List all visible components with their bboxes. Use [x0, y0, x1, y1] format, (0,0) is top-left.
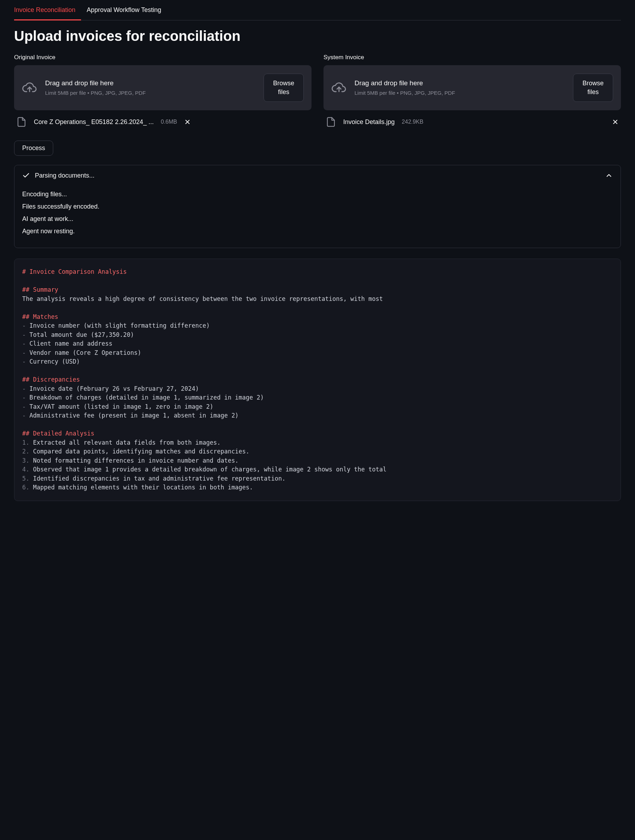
- cloud-upload-icon: [22, 80, 37, 95]
- page-title: Upload invoices for reconciliation: [14, 28, 621, 44]
- detail-item: Noted formatting differences in invoice …: [33, 457, 239, 464]
- discrepancy-item: Invoice date (February 26 vs February 27…: [29, 385, 199, 392]
- report-h2-discrepancies: ## Discrepancies: [22, 376, 80, 383]
- file-size: 242.9KB: [402, 119, 423, 125]
- discrepancy-item: Administrative fee (present in image 1, …: [29, 412, 239, 419]
- file-icon: [16, 117, 27, 127]
- discrepancy-item: Tax/VAT amount (listed in image 1, zero …: [29, 403, 213, 410]
- detail-item: Observed that image 1 provides a detaile…: [33, 466, 387, 473]
- dropzone-original[interactable]: Drag and drop file here Limit 5MB per fi…: [14, 65, 311, 110]
- status-expander: Parsing documents... Encoding files... F…: [14, 165, 621, 248]
- detail-item: Identified discrepancies in tax and admi…: [33, 475, 286, 482]
- status-line: Files successfully encoded.: [22, 203, 613, 210]
- status-line: Encoding files...: [22, 191, 613, 198]
- dropzone-hint-text: Limit 5MB per file • PNG, JPG, JPEG, PDF: [354, 89, 455, 96]
- report-h2-summary: ## Summary: [22, 286, 58, 293]
- report-h1: # Invoice Comparison Analysis: [22, 268, 127, 275]
- report-h2-detailed: ## Detailed Analysis: [22, 430, 95, 437]
- analysis-report: # Invoice Comparison Analysis ## Summary…: [14, 259, 621, 501]
- dropzone-hint-text: Limit 5MB per file • PNG, JPG, JPEG, PDF: [45, 89, 145, 96]
- detail-item: Mapped matching elements with their loca…: [33, 484, 253, 491]
- match-item: Vendor name (Core Z Operations): [29, 349, 141, 356]
- discrepancy-item: Breakdown of charges (detailed in image …: [29, 394, 264, 401]
- expander-title: Parsing documents...: [35, 172, 605, 179]
- uploaded-file-row: Invoice Details.jpg 242.9KB: [324, 110, 621, 130]
- file-icon: [325, 117, 336, 127]
- chevron-up-icon[interactable]: [605, 172, 613, 179]
- match-item: Currency (USD): [29, 358, 80, 365]
- dropzone-system[interactable]: Drag and drop file here Limit 5MB per fi…: [324, 65, 621, 110]
- report-h2-matches: ## Matches: [22, 313, 58, 320]
- tabs: Invoice Reconciliation Approval Workflow…: [14, 0, 621, 21]
- cloud-upload-icon: [331, 80, 347, 95]
- tab-invoice-reconciliation[interactable]: Invoice Reconciliation: [14, 0, 81, 20]
- match-item: Total amount due ($27,350.20): [29, 331, 134, 338]
- status-line: Agent now resting.: [22, 227, 613, 235]
- browse-files-button[interactable]: Browse files: [573, 74, 613, 102]
- upload-system-col: System Invoice Drag and drop file here L…: [324, 54, 621, 130]
- check-icon: [22, 172, 30, 179]
- file-size: 0.6MB: [161, 119, 177, 125]
- remove-file-button[interactable]: [184, 118, 191, 125]
- browse-files-button[interactable]: Browse files: [264, 74, 304, 102]
- file-name: Core Z Operations_ E05182 2.26.2024_ ...: [34, 118, 154, 126]
- remove-file-button[interactable]: [612, 118, 619, 125]
- tab-approval-workflow[interactable]: Approval Workflow Testing: [87, 0, 167, 20]
- match-item: Invoice number (with slight formatting d…: [29, 322, 210, 329]
- uploaded-file-row: Core Z Operations_ E05182 2.26.2024_ ...…: [14, 110, 311, 130]
- file-name: Invoice Details.jpg: [343, 118, 395, 126]
- detail-item: Extracted all relevant data fields from …: [33, 439, 221, 446]
- expander-body: Encoding files... Files successfully enc…: [14, 191, 621, 248]
- upload-system-label: System Invoice: [324, 54, 621, 61]
- report-summary-text: The analysis reveals a high degree of co…: [22, 295, 383, 302]
- expander-header[interactable]: Parsing documents...: [14, 165, 621, 186]
- match-item: Client name and address: [29, 340, 112, 347]
- dropzone-main-text: Drag and drop file here: [354, 79, 455, 87]
- status-line: AI agent at work...: [22, 215, 613, 223]
- upload-original-label: Original Invoice: [14, 54, 311, 61]
- dropzone-main-text: Drag and drop file here: [45, 79, 145, 87]
- upload-original-col: Original Invoice Drag and drop file here…: [14, 54, 311, 130]
- process-button[interactable]: Process: [14, 141, 53, 156]
- detail-item: Compared data points, identifying matche…: [33, 448, 250, 455]
